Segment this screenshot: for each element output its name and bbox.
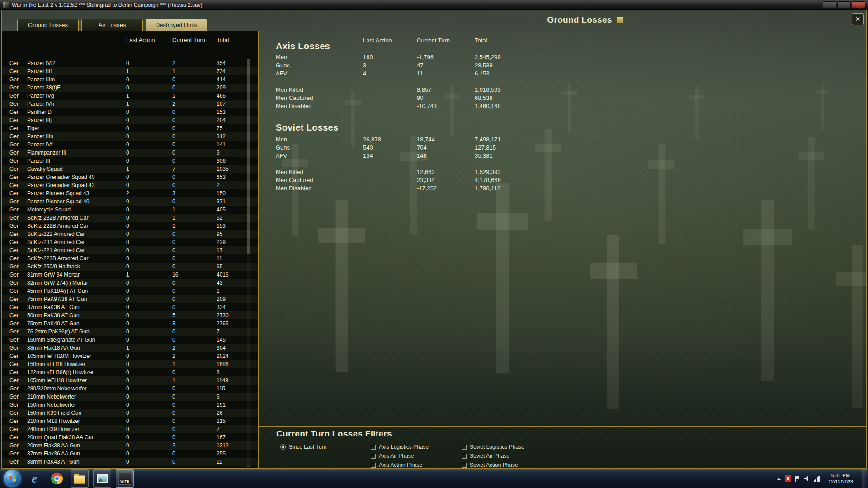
volume-icon[interactable] [804,476,810,481]
last-action-cell: 0 [126,352,172,360]
equipment-name-cell: 210mm Nebelwerfer [27,393,126,401]
show-desktop-button[interactable] [862,469,867,488]
table-row: Ger45mm PaK184(r) AT Gun001 [2,287,258,295]
taskbar-item-chrome[interactable] [48,469,66,488]
total-cell: 1686 [217,360,258,368]
current-turn-cell: 1 [172,376,217,385]
antivirus-badge-icon[interactable]: B [785,475,791,482]
col-country [9,36,27,44]
tab-destroyed-units[interactable]: Destroyed Units [146,19,207,31]
action-center-flag-icon[interactable] [795,476,800,482]
checkbox-icon[interactable] [371,463,376,468]
table-row: GerPanzer IIIL11734 [2,67,258,75]
last-action-cell: 0 [126,417,172,425]
equipment-name-cell: Panzer IIIL [27,67,126,75]
phase-filter[interactable]: Soviet Air Phase [462,453,524,459]
equipment-name-cell: Panzer Pioneer Squad 43 [27,189,126,197]
table-row: GerSdKfz-221 Armored Car0017 [2,246,258,254]
table-row: GerFlammpanzer III009 [2,149,258,157]
hidden-icons-arrow-icon[interactable] [777,478,781,480]
axis-detail-rows: Men Killed8,8571,016,593Men Captured9068… [276,86,866,110]
checkbox-icon[interactable] [371,445,376,450]
summary-row: Men Killed12,6621,529,393 [276,168,866,176]
radio-icon[interactable] [280,444,286,450]
network-icon[interactable] [814,476,820,482]
phase-filter[interactable]: Soviet Action Phase [462,462,524,468]
since-last-turn-radio[interactable]: Since Last Turn [280,444,326,450]
country-cell: Ger [9,246,27,254]
close-window-button[interactable]: × [852,1,865,8]
last-action-cell: 0 [126,303,172,311]
total-cell: 9 [217,149,258,157]
equipment-name-cell: 50mm PaK38 AT Gun [27,311,126,319]
last-action-value: 3 [363,61,417,70]
scrollbar-thumb[interactable] [247,60,250,254]
checkbox-icon[interactable] [462,454,467,459]
maximize-button[interactable]: □ [837,1,851,8]
last-action-cell: 0 [126,222,172,230]
last-action-cell: 0 [126,368,172,376]
summary-header-row: Last Action Current Turn Total [276,37,866,45]
total-cell: 2765 [217,319,258,328]
total-cell: 1312 [217,441,258,450]
taskbar-clock[interactable]: 6:31 PM 12/12/2023 [824,472,858,485]
current-turn-cell: 2 [172,100,217,108]
checkbox-icon[interactable] [462,445,467,450]
country-cell: Ger [9,441,27,450]
table-row: Ger105mm leFH18 Howitzer011149 [2,376,258,385]
report-icon[interactable] [616,17,623,23]
equipment-name-cell: 150mm Nebelwerfer [27,401,126,409]
current-turn-cell: 0 [172,254,217,263]
table-row: GerPanther D00153 [2,108,258,116]
current-turn-cell: 0 [172,458,217,466]
taskbar-item-file-explorer[interactable] [71,469,89,488]
scrollbar[interactable] [247,59,250,467]
table-row: GerPanzer Pioneer Squad 4323150 [2,189,258,197]
minimize-button[interactable]: – [823,1,836,8]
start-button[interactable] [4,470,21,487]
total-cell: 8 [217,368,258,376]
last-action-value: 134 [363,152,417,160]
current-turn-cell: 1 [172,360,217,368]
equipment-name-cell: 105mm leFH18 Howitzer [27,376,126,385]
equipment-name-cell: 280/320mm Nebelwerfer [27,385,126,393]
close-screen-button[interactable]: × [852,13,864,25]
phase-filter[interactable]: Soviet Logistics Phase [462,444,524,450]
tab-air-losses[interactable]: Air Losses [81,19,143,31]
table-row: GerPanzer IVh12107 [2,100,258,108]
equipment-name-cell: Panzer Pioneer Squad 40 [27,197,126,206]
country-cell: Ger [9,75,27,84]
taskbar-item-internet-explorer[interactable]: e [25,469,43,488]
total-cell: 1149 [217,376,258,385]
table-row: GerPanzer IVf202354 [2,59,258,67]
equipment-name-cell: 160mm Stielgranate AT Gun [27,336,126,344]
phase-filter[interactable]: Axis Air Phase [371,453,429,459]
last-action-cell: 0 [126,376,172,385]
phase-filter[interactable]: Axis Logistics Phase [371,444,429,450]
phase-filter[interactable]: Axis Action Phase [371,462,429,468]
country-cell: Ger [9,124,27,132]
total-cell: 1 [217,287,258,295]
checkbox-icon[interactable] [371,454,376,459]
last-action-value: 160 [363,53,417,61]
tab-ground-losses[interactable]: Ground Losses [17,19,79,31]
page-title-area: Ground Losses [526,15,644,25]
last-action-cell: 0 [126,336,172,344]
last-action-cell: 0 [126,433,172,441]
last-action-cell: 0 [126,441,172,450]
total-cell: 6 [217,393,258,401]
total-cell: 2730 [217,311,258,319]
taskbar-item-photo-viewer[interactable] [93,469,111,488]
total-cell: 153 [217,108,258,116]
current-turn-cell: 0 [172,303,217,311]
photo-viewer-icon [97,474,108,483]
table-row: GerTiger0075 [2,124,258,132]
country-cell: Ger [9,238,27,246]
checkbox-icon[interactable] [462,463,467,468]
summary-row: Guns34728,539 [276,61,866,70]
table-row: Ger88mm Flak18 AA Gun12604 [2,344,258,352]
total-cell: 229 [217,238,258,246]
taskbar-item-wite-game[interactable]: WITE [116,469,134,488]
loss-label: Men Killed [276,168,363,176]
last-action-cell: 0 [126,425,172,433]
